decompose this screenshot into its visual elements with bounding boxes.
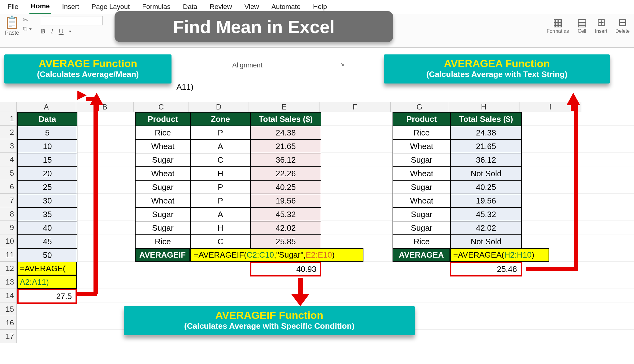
cell[interactable]: Wheat — [393, 194, 450, 208]
cell[interactable]: 20 — [18, 167, 77, 180]
cell[interactable]: Sugar — [135, 180, 190, 194]
row-header[interactable]: 8 — [0, 207, 17, 221]
cell[interactable]: Sugar — [393, 221, 450, 235]
cell[interactable]: Wheat — [393, 139, 450, 153]
cell[interactable]: Not Sold — [450, 235, 522, 248]
cell-average-formula-line1[interactable]: =AVERAGE( — [17, 262, 77, 275]
row-header[interactable]: 16 — [0, 316, 17, 330]
cell[interactable]: Not Sold — [450, 167, 522, 180]
row-header[interactable]: 5 — [0, 166, 17, 180]
cell[interactable]: 21.65 — [450, 139, 522, 153]
cell[interactable]: A — [190, 208, 250, 221]
cell[interactable]: 30 — [18, 194, 77, 208]
cell-average-result[interactable]: 27.5 — [17, 289, 77, 304]
cell-averagea-label[interactable]: AVERAGEA — [393, 248, 450, 262]
row-header[interactable]: 14 — [0, 289, 17, 302]
cell[interactable]: P — [190, 126, 250, 139]
tab-home[interactable]: Home — [29, 1, 51, 15]
row-header[interactable]: 15 — [0, 302, 17, 316]
cell[interactable]: 25.85 — [250, 235, 321, 248]
cell[interactable]: Sugar — [135, 153, 190, 167]
cell[interactable]: 40.25 — [250, 180, 321, 194]
cell[interactable]: 24.38 — [450, 126, 522, 139]
cell[interactable]: 40.25 — [450, 180, 522, 194]
cell[interactable]: Rice — [393, 235, 450, 248]
cell[interactable]: 42.02 — [250, 221, 321, 235]
cell[interactable]: 45 — [18, 235, 77, 248]
cell-styles-button[interactable]: ▤ Cell — [577, 16, 587, 34]
italic-button[interactable]: I — [51, 27, 53, 35]
row-header[interactable]: 6 — [0, 180, 17, 194]
row-header[interactable]: 7 — [0, 194, 17, 207]
cell[interactable]: 40 — [18, 221, 77, 235]
cell-averageif-result[interactable]: 40.93 — [250, 262, 321, 276]
cell[interactable]: H — [190, 167, 250, 180]
cut-icon[interactable]: ✂ — [23, 16, 32, 24]
cell[interactable]: P — [190, 194, 250, 208]
cell-averageif-label[interactable]: AVERAGEIF — [135, 248, 190, 262]
cell[interactable]: 36.12 — [450, 153, 522, 167]
cell[interactable]: 25 — [18, 180, 77, 194]
row-header[interactable]: 12 — [0, 262, 17, 275]
col-header-E[interactable]: E — [249, 102, 319, 112]
tab-insert[interactable]: Insert — [61, 2, 80, 14]
row-header[interactable]: 11 — [0, 248, 17, 262]
cell[interactable]: Rice — [135, 235, 190, 248]
row-header[interactable]: 4 — [0, 153, 17, 166]
cell[interactable]: Sugar — [393, 208, 450, 221]
cell[interactable]: Wheat — [135, 139, 190, 153]
cell[interactable]: Wheat — [135, 167, 190, 180]
cell[interactable]: Sugar — [135, 221, 190, 235]
cell[interactable]: 50 — [18, 248, 77, 262]
row-header[interactable]: 2 — [0, 126, 17, 139]
row-header[interactable]: 9 — [0, 221, 17, 234]
row-header[interactable]: 1 — [0, 112, 17, 126]
cell[interactable]: H — [190, 221, 250, 235]
cell[interactable]: 36.12 — [250, 153, 321, 167]
cell[interactable]: C — [190, 153, 250, 167]
tab-file[interactable]: File — [6, 2, 20, 14]
select-all-corner[interactable] — [0, 102, 17, 112]
col-header-A[interactable]: A — [17, 102, 76, 112]
cell[interactable]: 21.65 — [250, 139, 321, 153]
col-header-F[interactable]: F — [319, 102, 391, 112]
underline-dropdown[interactable]: ▾ — [69, 29, 71, 34]
cell-averagea-result[interactable]: 25.48 — [450, 262, 522, 276]
cell[interactable]: 35 — [18, 208, 77, 221]
cell[interactable]: 45.32 — [450, 208, 522, 221]
cell[interactable]: 45.32 — [250, 208, 321, 221]
cell[interactable]: 15 — [18, 153, 77, 167]
font-name-selector[interactable] — [41, 16, 103, 25]
col-header-C[interactable]: C — [134, 102, 189, 112]
row-header[interactable]: 10 — [0, 234, 17, 248]
underline-button[interactable]: U — [59, 27, 64, 35]
copy-icon[interactable]: ⧉ ▾ — [23, 25, 32, 32]
cell[interactable]: Rice — [393, 126, 450, 139]
row-header[interactable]: 13 — [0, 275, 17, 289]
cell-average-formula-line2[interactable]: A2:A11) — [17, 275, 77, 289]
cell-averageif-formula[interactable]: =AVERAGEIF(C2:C10,"Sugar",E2:E10) — [190, 248, 363, 262]
cell[interactable]: Wheat — [393, 167, 450, 180]
insert-cells-button[interactable]: ⊞ Insert — [595, 16, 607, 34]
cell[interactable]: 22.26 — [250, 167, 321, 180]
cell[interactable]: 42.02 — [450, 221, 522, 235]
cell[interactable]: 19.56 — [450, 194, 522, 208]
cell[interactable]: A — [190, 139, 250, 153]
row-header[interactable]: 3 — [0, 139, 17, 153]
cell[interactable]: 24.38 — [250, 126, 321, 139]
delete-cells-button[interactable]: ⊟ Delete — [615, 16, 630, 34]
cell[interactable]: Wheat — [135, 194, 190, 208]
cell[interactable]: Sugar — [135, 208, 190, 221]
cell[interactable]: P — [190, 180, 250, 194]
cell[interactable]: Rice — [135, 126, 190, 139]
bold-button[interactable]: B — [41, 27, 46, 35]
formula-bar-fragment[interactable]: A11) — [176, 82, 193, 92]
format-as-table-button[interactable]: ▦ Format as — [547, 16, 569, 34]
cell[interactable]: Sugar — [393, 153, 450, 167]
cell[interactable]: C — [190, 235, 250, 248]
cell[interactable]: 10 — [18, 139, 77, 153]
row-header[interactable]: 17 — [0, 330, 17, 343]
cell[interactable]: Sugar — [393, 180, 450, 194]
col-header-G[interactable]: G — [391, 102, 448, 112]
alignment-launcher-icon[interactable]: ↘ — [340, 61, 345, 67]
